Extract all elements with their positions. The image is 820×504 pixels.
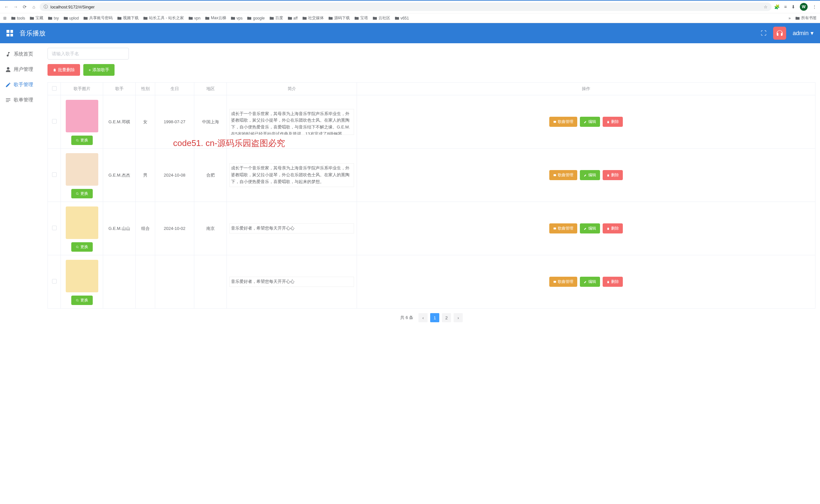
cell-intro[interactable]: 成长于一个音乐世家，其母亲为上海音乐学院声乐系毕业生，外婆教唱歌，舅父拉小提琴，… <box>229 109 354 135</box>
forward-button[interactable]: → <box>12 4 19 10</box>
col-ops: 操作 <box>357 83 815 95</box>
page-prev-button[interactable]: ‹ <box>419 313 428 322</box>
cell-birthday: 2024-10-08 <box>155 149 194 202</box>
svg-rect-7 <box>554 281 556 283</box>
star-icon[interactable]: ☆ <box>764 5 768 9</box>
delete-button[interactable]: 删除 <box>603 170 623 180</box>
app-title: 音乐播放 <box>20 29 46 38</box>
songs-button[interactable]: 歌曲管理 <box>549 223 577 233</box>
sidebar-item-users[interactable]: 用户管理 <box>0 62 43 77</box>
apps-icon[interactable]: ⊞ <box>3 16 7 20</box>
bookmark-item[interactable]: 源码下载 <box>328 15 350 21</box>
cell-singer: G.E.M.山山 <box>103 202 136 255</box>
cell-gender: 女 <box>136 95 155 149</box>
bookmark-item[interactable]: 云社区 <box>372 15 390 21</box>
row-checkbox[interactable] <box>52 172 57 177</box>
extension-icon[interactable]: 🧩 <box>774 4 780 9</box>
download-icon[interactable]: ⬇ <box>791 4 795 9</box>
bookmark-all[interactable]: 所有书签 <box>795 15 817 21</box>
chevron-down-icon: ▾ <box>811 30 813 37</box>
delete-button[interactable]: 删除 <box>603 277 623 287</box>
delete-button[interactable]: 删除 <box>603 117 623 127</box>
bookmark-item[interactable]: 宝塔 <box>354 15 368 21</box>
app-header: 音乐播放 ⛶ admin ▾ <box>0 23 820 43</box>
page-next-button[interactable]: › <box>454 313 463 322</box>
bookmark-item[interactable]: 共享账号密码 <box>83 15 113 21</box>
list-icon <box>5 97 11 103</box>
address-bar[interactable]: ⓘ localhost:9172/#/Singer ☆ <box>40 3 772 11</box>
songs-button[interactable]: 歌曲管理 <box>549 277 577 287</box>
delete-button[interactable]: 删除 <box>603 223 623 233</box>
trash-icon <box>53 68 57 72</box>
info-icon: ⓘ <box>44 4 48 10</box>
page-2-button[interactable]: 2 <box>442 313 451 322</box>
cell-birthday <box>155 255 194 309</box>
select-all-checkbox[interactable] <box>52 86 57 91</box>
col-image: 歌手图片 <box>61 83 103 95</box>
svg-point-6 <box>76 299 78 301</box>
sidebar-item-home[interactable]: 系统首页 <box>0 46 43 62</box>
bookmark-item[interactable]: v651 <box>395 15 409 21</box>
bookmark-item[interactable]: google <box>247 15 264 21</box>
cell-intro[interactable]: 音乐爱好者，希望您每天开开心心 <box>229 277 354 287</box>
edit-button[interactable]: 编辑 <box>580 170 600 180</box>
sidebar: 系统首页 用户管理 歌手管理 歌单管理 <box>0 43 43 504</box>
sidebar-item-playlists[interactable]: 歌单管理 <box>0 92 43 108</box>
songs-button[interactable]: 歌曲管理 <box>549 170 577 180</box>
back-button[interactable]: ← <box>3 4 10 10</box>
cell-gender: 组合 <box>136 202 155 255</box>
row-checkbox[interactable] <box>52 226 57 230</box>
edit-button[interactable]: 编辑 <box>580 117 600 127</box>
url-text: localhost:9172/#/Singer <box>50 5 95 9</box>
swap-image-button[interactable]: 更换 <box>71 296 93 305</box>
bookmark-more[interactable]: » <box>788 15 791 21</box>
bookmark-item[interactable]: uplod <box>63 15 79 21</box>
bookmark-item[interactable]: vps <box>231 15 243 21</box>
profile-avatar[interactable]: W <box>800 3 808 11</box>
edit-button[interactable]: 编辑 <box>580 277 600 287</box>
row-checkbox[interactable] <box>52 119 57 124</box>
bookmark-item[interactable]: 百度 <box>269 15 283 21</box>
svg-rect-1 <box>554 121 556 123</box>
bookmark-item[interactable]: 站长工具 - 站长之家 <box>143 15 184 21</box>
edit-button[interactable]: 编辑 <box>580 223 600 233</box>
bookmark-item[interactable]: 宝藏 <box>30 15 43 21</box>
bookmark-item[interactable]: txy <box>48 15 59 21</box>
batch-delete-button[interactable]: 批量删除 <box>47 64 80 76</box>
bookmark-item[interactable]: 社交媒体 <box>302 15 324 21</box>
reload-button[interactable]: ⟳ <box>21 4 28 10</box>
page-1-button[interactable]: 1 <box>430 313 439 322</box>
cell-gender <box>136 255 155 309</box>
songs-button[interactable]: 歌曲管理 <box>549 117 577 127</box>
cell-intro[interactable]: 音乐爱好者，希望您每天开开心心 <box>229 223 354 233</box>
swap-image-button[interactable]: 更换 <box>71 189 93 198</box>
search-input[interactable] <box>47 48 129 60</box>
svg-rect-3 <box>554 174 556 176</box>
cell-intro[interactable]: 成长于一个音乐世家，其母亲为上海音乐学院声乐系毕业生，外婆教唱歌，舅父拉小提琴，… <box>229 163 354 187</box>
bookmark-item[interactable]: 视频下载 <box>117 15 139 21</box>
home-button[interactable]: ⌂ <box>31 4 37 10</box>
singer-image <box>66 260 98 292</box>
swap-image-button[interactable]: 更换 <box>71 242 93 252</box>
col-intro: 简介 <box>227 83 357 95</box>
edit-icon <box>584 120 587 124</box>
add-singer-button[interactable]: + 添加歌手 <box>83 64 114 76</box>
bookmark-item[interactable]: aff <box>288 15 298 21</box>
sidebar-item-singers[interactable]: 歌手管理 <box>0 77 43 92</box>
trash-icon <box>607 227 610 230</box>
browser-chrome: ← → ⟳ ⌂ ⓘ localhost:9172/#/Singer ☆ 🧩 ≡ … <box>0 0 820 23</box>
menu-toggle-icon[interactable] <box>7 30 13 36</box>
fullscreen-icon[interactable]: ⛶ <box>761 30 767 37</box>
trash-icon <box>607 280 610 284</box>
bookmark-item[interactable]: Max云梯 <box>205 15 226 21</box>
singer-image <box>66 153 98 186</box>
reading-list-icon[interactable]: ≡ <box>784 4 787 9</box>
bookmark-item[interactable]: tools <box>11 15 25 21</box>
plus-icon: + <box>88 68 91 73</box>
bookmark-item[interactable]: vpn <box>188 15 200 21</box>
headphone-button[interactable] <box>773 27 786 40</box>
user-dropdown[interactable]: admin ▾ <box>793 30 813 37</box>
row-checkbox[interactable] <box>52 279 57 284</box>
menu-icon[interactable]: ⋮ <box>812 4 817 9</box>
swap-image-button[interactable]: 更换 <box>71 136 93 145</box>
